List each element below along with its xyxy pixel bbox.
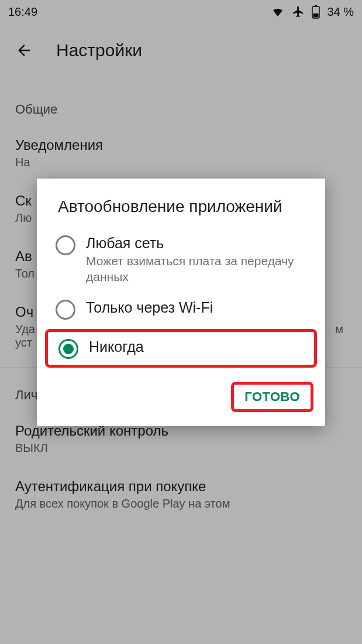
auto-update-dialog: Автообновление приложений Любая сеть Мож… bbox=[37, 179, 325, 426]
radio-option-any-network[interactable]: Любая сеть Может взиматься плата за пере… bbox=[37, 227, 325, 292]
done-button[interactable]: ГОТОВО bbox=[231, 382, 313, 412]
radio-option-never[interactable]: Никогда bbox=[58, 335, 306, 361]
dialog-actions: ГОТОВО bbox=[37, 375, 325, 426]
highlight-selected: Никогда bbox=[45, 329, 317, 368]
radio-list: Любая сеть Может взиматься плата за пере… bbox=[37, 227, 325, 375]
dialog-title: Автообновление приложений bbox=[37, 196, 325, 227]
radio-label: Только через Wi-Fi bbox=[86, 299, 213, 317]
radio-icon bbox=[56, 235, 75, 255]
radio-sublabel: Может взиматься плата за передачу данных bbox=[86, 254, 309, 285]
radio-dot bbox=[63, 344, 74, 354]
radio-option-wifi-only[interactable]: Только через Wi-Fi bbox=[37, 292, 325, 327]
radio-label: Никогда bbox=[89, 338, 144, 356]
radio-label: Любая сеть bbox=[86, 234, 309, 252]
radio-icon-selected bbox=[58, 339, 78, 359]
radio-icon bbox=[56, 300, 75, 320]
